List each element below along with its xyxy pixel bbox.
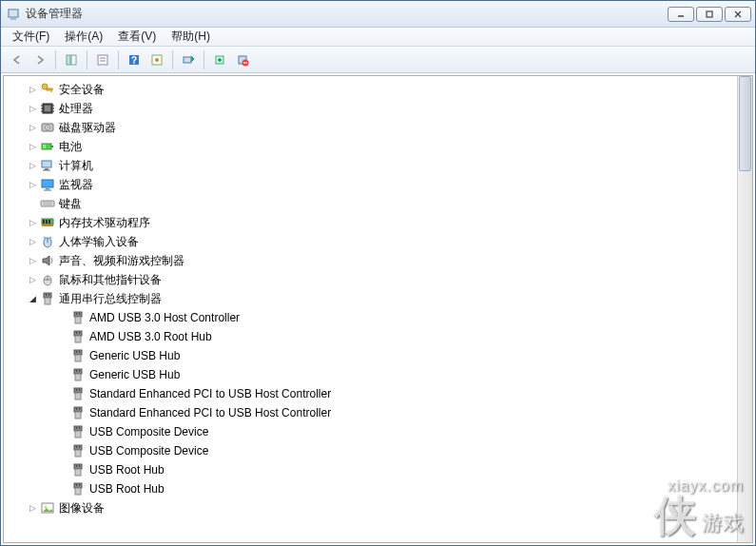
svg-rect-58	[44, 293, 51, 298]
maximize-button[interactable]	[696, 7, 723, 22]
tree-category[interactable]: ▷电池	[4, 137, 737, 156]
menu-help[interactable]: 帮助(H)	[164, 27, 218, 47]
tree-device[interactable]: Standard Enhanced PCI to USB Host Contro…	[4, 384, 737, 403]
toolbar-separator	[55, 50, 56, 69]
svg-point-33	[47, 127, 48, 128]
svg-point-53	[44, 237, 47, 240]
tree-category[interactable]: ◢通用串行总线控制器	[4, 289, 737, 308]
tree-device[interactable]: AMD USB 3.0 Host Controller	[4, 308, 737, 327]
category-label: 磁盘驱动器	[59, 120, 116, 136]
tree-category[interactable]: ▷键盘	[4, 194, 737, 213]
device-tree[interactable]: ▷安全设备▷处理器▷磁盘驱动器▷电池▷计算机▷监视器▷键盘▷内存技术驱动程序▷人…	[4, 76, 737, 542]
svg-rect-78	[74, 388, 82, 393]
expand-icon[interactable]: ▷	[27, 502, 38, 514]
tree-device[interactable]: USB Composite Device	[4, 422, 737, 441]
forward-button[interactable]	[29, 49, 50, 70]
scrollbar-thumb[interactable]	[739, 76, 751, 171]
svg-rect-100	[76, 484, 77, 486]
svg-rect-98	[74, 483, 82, 488]
svg-rect-1	[10, 18, 16, 20]
svg-rect-95	[75, 469, 81, 476]
tree-category[interactable]: ▷声音、视频和游戏控制器	[4, 251, 737, 270]
usb-icon	[70, 405, 86, 420]
expand-icon[interactable]: ▷	[27, 236, 38, 247]
svg-rect-96	[76, 465, 77, 467]
category-label: 计算机	[59, 158, 93, 174]
tree-category[interactable]: ▷图像设备	[4, 498, 737, 517]
expand-icon[interactable]: ▷	[27, 103, 38, 114]
device-label: AMD USB 3.0 Root Hub	[89, 330, 212, 343]
keyboard-icon	[40, 196, 55, 211]
svg-rect-84	[76, 408, 77, 410]
expand-icon[interactable]: ▷	[27, 141, 38, 152]
svg-point-54	[49, 237, 52, 240]
menu-action[interactable]: 操作(A)	[57, 27, 110, 47]
svg-rect-101	[79, 484, 80, 486]
tree-category[interactable]: ▷人体学输入设备	[4, 232, 737, 251]
uninstall-button[interactable]	[232, 49, 253, 70]
svg-rect-88	[76, 427, 77, 429]
window-title: 设备管理器	[26, 6, 668, 22]
collapse-icon[interactable]: ◢	[27, 293, 38, 304]
svg-rect-90	[74, 445, 82, 450]
tree-category[interactable]: ▷处理器	[4, 99, 737, 118]
tree-device[interactable]: USB Root Hub	[4, 479, 737, 498]
expand-icon[interactable]: ▷	[27, 255, 38, 266]
svg-rect-97	[79, 465, 80, 467]
tree-device[interactable]: AMD USB 3.0 Root Hub	[4, 327, 737, 346]
category-label: 处理器	[59, 101, 93, 117]
expand-icon[interactable]: ▷	[27, 122, 38, 133]
scan-hardware-button[interactable]	[178, 49, 199, 70]
svg-rect-69	[79, 332, 80, 334]
titlebar: 设备管理器	[1, 1, 755, 28]
help-button[interactable]: ?	[124, 49, 145, 70]
tree-category[interactable]: ▷计算机	[4, 156, 737, 175]
expand-icon[interactable]: ▷	[27, 179, 38, 190]
expand-icon[interactable]: ▷	[27, 84, 38, 95]
properties-button[interactable]	[92, 49, 113, 70]
svg-rect-40	[42, 180, 53, 187]
svg-rect-43	[41, 201, 54, 206]
menu-view[interactable]: 查看(V)	[110, 27, 164, 47]
back-button[interactable]	[7, 49, 28, 70]
tree-category[interactable]: ▷安全设备	[4, 80, 737, 99]
svg-rect-73	[79, 351, 80, 353]
tree-device[interactable]: Standard Enhanced PCI to USB Host Contro…	[4, 403, 737, 422]
tree-device[interactable]: Generic USB Hub	[4, 346, 737, 365]
tree-category[interactable]: ▷鼠标和其他指针设备	[4, 270, 737, 289]
expand-icon[interactable]: ▷	[27, 217, 38, 228]
svg-rect-91	[75, 450, 81, 457]
tree-device[interactable]: USB Composite Device	[4, 441, 737, 460]
svg-rect-49	[48, 220, 50, 224]
device-label: USB Root Hub	[89, 463, 165, 477]
show-hide-tree-button[interactable]	[61, 49, 82, 70]
tree-category[interactable]: ▷内存技术驱动程序	[4, 213, 737, 232]
device-label: USB Composite Device	[89, 425, 208, 439]
tree-category[interactable]: ▷监视器	[4, 175, 737, 194]
tree-device[interactable]: Generic USB Hub	[4, 365, 737, 384]
svg-rect-24	[45, 106, 50, 111]
svg-rect-94	[74, 464, 82, 469]
svg-rect-72	[76, 351, 77, 353]
svg-rect-21	[47, 88, 52, 90]
device-label: Generic USB Hub	[89, 368, 180, 381]
tree-device[interactable]: USB Root Hub	[4, 460, 737, 479]
app-icon	[7, 7, 22, 22]
vertical-scrollbar[interactable]	[737, 76, 752, 542]
tree-category[interactable]: ▷磁盘驱动器	[4, 118, 737, 137]
svg-rect-87	[75, 431, 81, 438]
usb-icon	[70, 481, 86, 497]
memory-icon	[40, 215, 55, 230]
svg-rect-62	[74, 312, 82, 317]
svg-rect-0	[9, 10, 18, 17]
expand-icon[interactable]: ▷	[27, 160, 38, 171]
expand-icon[interactable]: ▷	[27, 274, 38, 285]
svg-rect-6	[67, 55, 70, 65]
menu-file[interactable]: 文件(F)	[5, 27, 57, 47]
device-manager-window: 设备管理器 文件(F) 操作(A) 查看(V) 帮助(H) ? ▷安全设备▷处理…	[0, 0, 756, 546]
close-button[interactable]	[725, 7, 751, 22]
action-button[interactable]	[146, 49, 167, 70]
minimize-button[interactable]	[668, 7, 694, 22]
svg-rect-77	[79, 370, 80, 372]
update-driver-button[interactable]	[209, 49, 230, 70]
